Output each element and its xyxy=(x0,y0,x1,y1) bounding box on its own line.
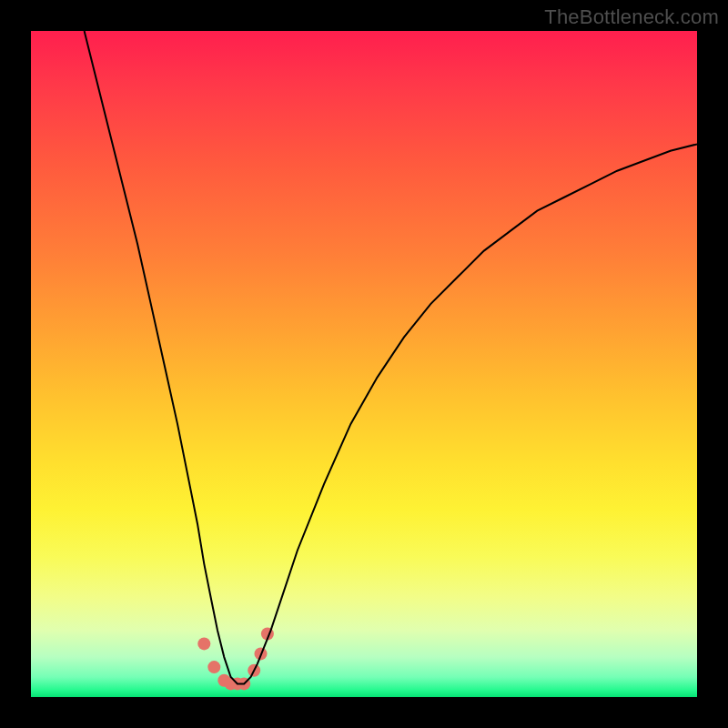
chart-svg xyxy=(31,31,697,697)
chart-frame: TheBottleneck.com xyxy=(0,0,728,728)
curve-marker xyxy=(207,661,220,673)
marker-group xyxy=(197,628,274,691)
curve-marker xyxy=(197,637,210,650)
bottleneck-curve-path xyxy=(85,31,697,683)
plot-area xyxy=(31,31,697,697)
watermark-text: TheBottleneck.com xyxy=(544,5,719,29)
